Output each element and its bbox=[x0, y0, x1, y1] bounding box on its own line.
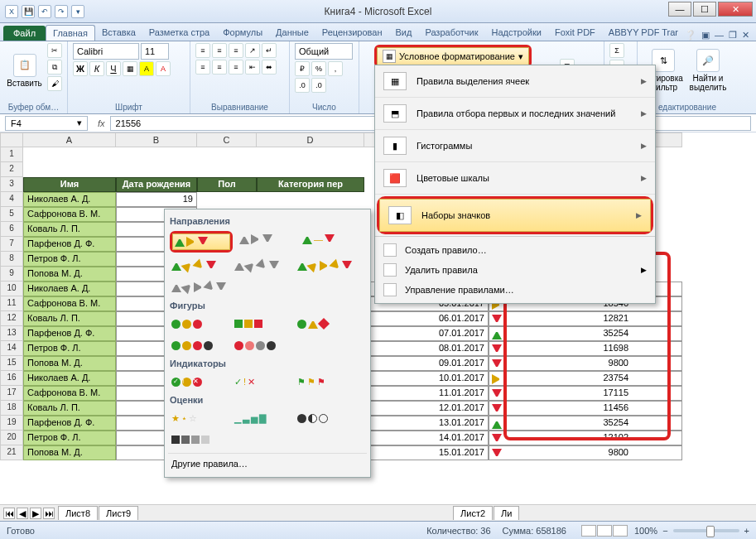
iconset-5-bars[interactable]: ▁▃▅▇ bbox=[233, 410, 291, 426]
table-header-cell[interactable]: Категория пер bbox=[257, 177, 364, 192]
table-header-cell[interactable]: Пол bbox=[197, 177, 257, 192]
other-rules-item[interactable]: Другие правила… bbox=[168, 453, 367, 474]
sheet-tab[interactable]: Ли bbox=[494, 506, 519, 520]
dec-decimal-icon[interactable]: .0 bbox=[311, 78, 326, 93]
top-bottom-rules-item[interactable]: ⬒ Правила отбора первых и последних знач… bbox=[375, 98, 655, 130]
name-cell[interactable]: Попова М. Д. bbox=[23, 445, 116, 460]
column-header[interactable]: A bbox=[23, 132, 116, 147]
doc-close-icon[interactable]: ✕ bbox=[742, 30, 749, 41]
align-left-icon[interactable]: ≡ bbox=[195, 60, 210, 75]
row-header[interactable]: 8 bbox=[0, 252, 23, 267]
border-icon[interactable]: ▦ bbox=[123, 61, 137, 76]
name-cell[interactable]: Попова М. Д. bbox=[23, 356, 116, 371]
name-cell[interactable]: Сафронова В. М. bbox=[23, 296, 116, 311]
italic-icon[interactable]: К bbox=[89, 61, 104, 76]
paste-button[interactable]: 📋 Вставить bbox=[5, 43, 44, 98]
row-header[interactable]: 2 bbox=[0, 162, 23, 177]
select-all-corner[interactable] bbox=[0, 132, 23, 147]
minimize-button[interactable]: — bbox=[668, 2, 691, 17]
row-header[interactable]: 21 bbox=[0, 445, 23, 460]
merge-icon[interactable]: ⬌ bbox=[262, 60, 277, 75]
undo-icon[interactable]: ↶ bbox=[38, 5, 51, 18]
iconset-red-to-black[interactable] bbox=[233, 337, 291, 354]
column-header[interactable]: B bbox=[116, 132, 197, 147]
name-box[interactable]: F4▾ bbox=[5, 116, 88, 131]
normal-view-icon[interactable] bbox=[581, 525, 596, 537]
align-mid-icon[interactable]: ≡ bbox=[212, 43, 227, 58]
row-header[interactable]: 9 bbox=[0, 267, 23, 282]
iconset-3-traffic-lights[interactable] bbox=[170, 315, 228, 332]
number-format-select[interactable] bbox=[295, 43, 353, 60]
row-header[interactable]: 11 bbox=[0, 296, 23, 311]
ribbon-tab[interactable]: Данные bbox=[269, 25, 315, 41]
align-top-icon[interactable]: ≡ bbox=[195, 43, 210, 58]
format-painter-icon[interactable]: 🖌 bbox=[47, 76, 62, 91]
value-cell[interactable]: 35254 bbox=[489, 416, 682, 431]
iconset-4-traffic-lights[interactable] bbox=[170, 337, 228, 354]
column-header[interactable]: C bbox=[197, 132, 257, 147]
close-button[interactable]: ✕ bbox=[718, 2, 753, 17]
row-header[interactable]: 10 bbox=[0, 282, 23, 296]
value-cell[interactable]: 23754 bbox=[489, 371, 682, 386]
row-header[interactable]: 16 bbox=[0, 371, 23, 386]
help-icon[interactable]: ❔ bbox=[685, 30, 696, 41]
sheet-tab[interactable]: Лист8 bbox=[58, 506, 98, 520]
column-header[interactable]: D bbox=[257, 132, 364, 147]
row-header[interactable]: 4 bbox=[0, 192, 23, 207]
doc-restore-icon[interactable]: ❐ bbox=[729, 30, 737, 41]
ribbon-tab[interactable]: Надстройки bbox=[485, 25, 548, 41]
new-rule-item[interactable]: Создать правило… bbox=[375, 240, 655, 260]
row-header[interactable]: 15 bbox=[0, 356, 23, 371]
name-cell[interactable]: Коваль Л. П. bbox=[23, 311, 116, 326]
value-cell[interactable]: 9800 bbox=[489, 445, 682, 460]
row-header[interactable]: 3 bbox=[0, 177, 23, 192]
iconset-5-quarters[interactable] bbox=[296, 410, 354, 426]
fill-color-icon[interactable]: A bbox=[139, 61, 154, 76]
iconset-3-traffic-lights-rimmed[interactable] bbox=[233, 315, 291, 332]
find-select-button[interactable]: 🔎 Найти и выделить bbox=[687, 43, 729, 98]
bold-icon[interactable]: Ж bbox=[73, 61, 88, 76]
date-value-cell[interactable]: 11.01.2017 bbox=[364, 386, 489, 401]
data-bars-item[interactable]: ▮ Гистограммы ▶ bbox=[375, 130, 655, 162]
name-cell[interactable]: Петров Ф. Л. bbox=[23, 431, 116, 445]
value-cell[interactable]: 11698 bbox=[489, 341, 682, 356]
row-header[interactable]: 18 bbox=[0, 401, 23, 416]
iconset-3-flags[interactable]: ⚑⚑⚑ bbox=[296, 373, 354, 390]
ribbon-tab[interactable]: Разметка стра bbox=[142, 25, 216, 41]
date-value-cell[interactable]: 13.01.2017 bbox=[364, 416, 489, 431]
indent-dec-icon[interactable]: ⇤ bbox=[245, 60, 260, 75]
row-header[interactable]: 6 bbox=[0, 222, 23, 237]
row-header[interactable]: 17 bbox=[0, 386, 23, 401]
redo-icon[interactable]: ↷ bbox=[55, 5, 68, 18]
table-header-cell[interactable]: Дата рождения bbox=[116, 177, 197, 192]
name-cell[interactable]: Сафронова В. М. bbox=[23, 207, 116, 222]
sheet-tab[interactable]: Лист9 bbox=[99, 506, 138, 520]
name-cell[interactable]: Николаев А. Д. bbox=[23, 371, 116, 386]
date-value-cell[interactable]: 06.01.2017 bbox=[364, 311, 489, 326]
value-cell[interactable]: 35254 bbox=[489, 326, 682, 341]
save-icon[interactable]: 💾 bbox=[22, 5, 35, 18]
orientation-icon[interactable]: ↗ bbox=[245, 43, 260, 58]
value-cell[interactable]: 12102 bbox=[489, 431, 682, 445]
date-cell[interactable]: 19 bbox=[116, 192, 197, 207]
maximize-button[interactable]: ☐ bbox=[693, 2, 716, 17]
wrap-text-icon[interactable]: ↵ bbox=[262, 43, 277, 58]
clear-rules-item[interactable]: Удалить правила ▶ bbox=[375, 260, 655, 280]
table-header-cell[interactable]: Имя bbox=[23, 177, 116, 192]
conditional-formatting-button[interactable]: ▦ Условное форматирование ▾ bbox=[377, 47, 529, 65]
name-cell[interactable]: Николаев А. Д. bbox=[23, 282, 116, 296]
name-cell[interactable]: Парфенов Д. Ф. bbox=[23, 416, 116, 431]
page-layout-view-icon[interactable] bbox=[597, 525, 612, 537]
ribbon-tab[interactable]: Вставка bbox=[95, 25, 142, 41]
zoom-slider[interactable] bbox=[673, 529, 739, 532]
name-cell[interactable]: Николаев А. Д. bbox=[23, 192, 116, 207]
ribbon-tab[interactable]: Разработчик bbox=[418, 25, 484, 41]
name-cell[interactable]: Попова М. Д. bbox=[23, 267, 116, 282]
name-cell[interactable]: Петров Ф. Л. bbox=[23, 341, 116, 356]
iconset-3-symbols-circled[interactable]: ✓!✕ bbox=[170, 373, 228, 390]
sheet-nav-next-icon[interactable]: ▶ bbox=[30, 508, 41, 519]
date-value-cell[interactable]: 14.01.2017 bbox=[364, 431, 489, 445]
cut-icon[interactable]: ✂ bbox=[47, 43, 62, 58]
row-header[interactable]: 20 bbox=[0, 431, 23, 445]
name-cell[interactable]: Коваль Л. П. bbox=[23, 401, 116, 416]
